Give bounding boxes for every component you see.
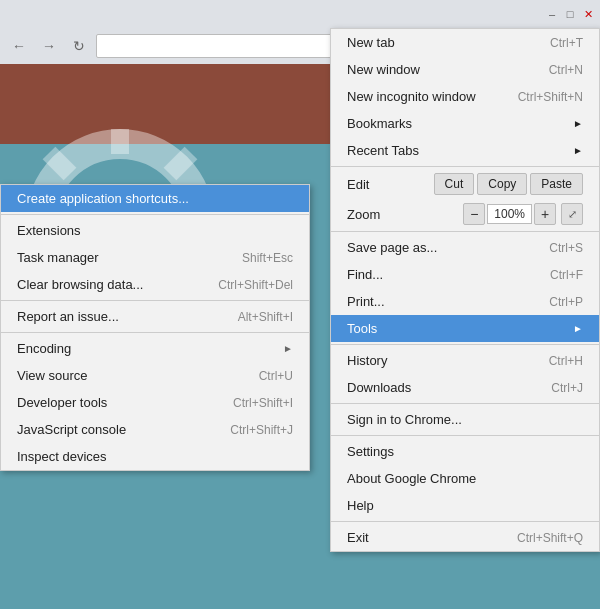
ctx-item-view-source[interactable]: View source Ctrl+U bbox=[1, 362, 309, 389]
ctx-item-js-console[interactable]: JavaScript console Ctrl+Shift+J bbox=[1, 416, 309, 443]
menu-item-about[interactable]: About Google Chrome bbox=[331, 465, 599, 492]
ctx-item-extensions[interactable]: Extensions bbox=[1, 217, 309, 244]
menu-separator-2 bbox=[331, 231, 599, 232]
menu-item-signin[interactable]: Sign in to Chrome... bbox=[331, 406, 599, 433]
ctx-item-task-manager[interactable]: Task manager Shift+Esc bbox=[1, 244, 309, 271]
zoom-row: Zoom − 100% + ⤢ bbox=[331, 199, 599, 229]
close-button[interactable]: ✕ bbox=[580, 6, 596, 22]
edit-row: Edit Cut Copy Paste bbox=[331, 169, 599, 199]
menu-item-history[interactable]: History Ctrl+H bbox=[331, 347, 599, 374]
ctx-item-clear-browsing[interactable]: Clear browsing data... Ctrl+Shift+Del bbox=[1, 271, 309, 298]
menu-item-settings[interactable]: Settings bbox=[331, 438, 599, 465]
recent-tabs-arrow-icon: ► bbox=[573, 145, 583, 156]
copy-button[interactable]: Copy bbox=[477, 173, 527, 195]
browser-window: – □ ✕ ← → ↻ ☆ ≡ bbox=[0, 0, 600, 609]
menu-item-save-page[interactable]: Save page as... Ctrl+S bbox=[331, 234, 599, 261]
menu-item-find[interactable]: Find... Ctrl+F bbox=[331, 261, 599, 288]
menu-item-help[interactable]: Help bbox=[331, 492, 599, 519]
bookmarks-arrow-icon: ► bbox=[573, 118, 583, 129]
menu-item-exit[interactable]: Exit Ctrl+Shift+Q bbox=[331, 524, 599, 551]
menu-item-new-tab[interactable]: New tab Ctrl+T bbox=[331, 29, 599, 56]
chrome-main-menu: New tab Ctrl+T New window Ctrl+N New inc… bbox=[330, 28, 600, 552]
ctx-item-inspect-devices[interactable]: Inspect devices bbox=[1, 443, 309, 470]
menu-item-print[interactable]: Print... Ctrl+P bbox=[331, 288, 599, 315]
ctx-separator-3 bbox=[1, 332, 309, 333]
fullscreen-button[interactable]: ⤢ bbox=[561, 203, 583, 225]
zoom-in-button[interactable]: + bbox=[534, 203, 556, 225]
zoom-out-button[interactable]: − bbox=[463, 203, 485, 225]
tools-arrow-icon: ► bbox=[573, 323, 583, 334]
ctx-item-developer-tools[interactable]: Developer tools Ctrl+Shift+I bbox=[1, 389, 309, 416]
ctx-separator-1 bbox=[1, 214, 309, 215]
cut-button[interactable]: Cut bbox=[434, 173, 475, 195]
zoom-value-display: 100% bbox=[487, 204, 532, 224]
forward-button[interactable]: → bbox=[36, 33, 62, 59]
menu-separator-1 bbox=[331, 166, 599, 167]
zoom-controls: − 100% + ⤢ bbox=[463, 203, 583, 225]
ctx-item-create-shortcuts[interactable]: Create application shortcuts... bbox=[1, 185, 309, 212]
menu-item-downloads[interactable]: Downloads Ctrl+J bbox=[331, 374, 599, 401]
menu-item-tools[interactable]: Tools ► bbox=[331, 315, 599, 342]
menu-separator-6 bbox=[331, 521, 599, 522]
title-bar: – □ ✕ bbox=[0, 0, 600, 28]
minimize-button[interactable]: – bbox=[544, 6, 560, 22]
ctx-item-report-issue[interactable]: Report an issue... Alt+Shift+I bbox=[1, 303, 309, 330]
menu-item-new-window[interactable]: New window Ctrl+N bbox=[331, 56, 599, 83]
menu-item-incognito[interactable]: New incognito window Ctrl+Shift+N bbox=[331, 83, 599, 110]
menu-separator-5 bbox=[331, 435, 599, 436]
maximize-button[interactable]: □ bbox=[562, 6, 578, 22]
menu-item-bookmarks[interactable]: Bookmarks ► bbox=[331, 110, 599, 137]
menu-separator-3 bbox=[331, 344, 599, 345]
menu-item-recent-tabs[interactable]: Recent Tabs ► bbox=[331, 137, 599, 164]
ctx-item-encoding[interactable]: Encoding ► bbox=[1, 335, 309, 362]
paste-button[interactable]: Paste bbox=[530, 173, 583, 195]
back-button[interactable]: ← bbox=[6, 33, 32, 59]
tools-submenu: Create application shortcuts... Extensio… bbox=[0, 184, 310, 471]
menu-separator-4 bbox=[331, 403, 599, 404]
reload-button[interactable]: ↻ bbox=[66, 33, 92, 59]
ctx-separator-2 bbox=[1, 300, 309, 301]
